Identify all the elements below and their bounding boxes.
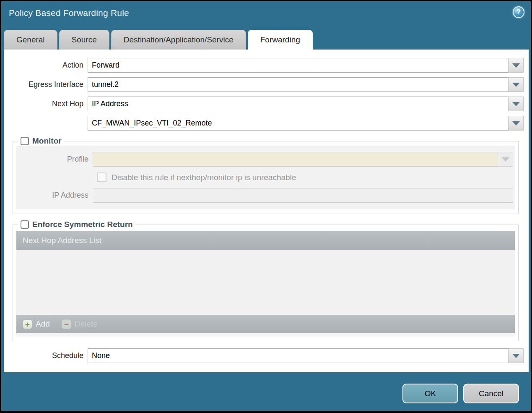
cancel-button[interactable]: Cancel xyxy=(463,384,519,403)
schedule-row: Schedule None xyxy=(4,348,524,363)
next-hop-address-row: CF_MWAN_IPsec_VTI_02_Remote xyxy=(4,116,524,131)
profile-dropdown-button xyxy=(498,152,513,167)
minus-icon: − xyxy=(62,319,71,329)
tab-bar: General Source Destination/Application/S… xyxy=(4,30,313,50)
tab-destination-application-service[interactable]: Destination/Application/Service xyxy=(111,30,246,50)
disable-rule-checkbox xyxy=(97,173,106,182)
dialog-title: Policy Based Forwarding Rule xyxy=(9,8,129,18)
profile-select xyxy=(93,152,513,167)
plus-icon: + xyxy=(23,319,32,329)
tab-general[interactable]: General xyxy=(4,30,57,50)
chevron-down-icon xyxy=(512,354,520,358)
profile-row: Profile xyxy=(16,152,515,167)
profile-label: Profile xyxy=(16,155,93,164)
action-select: Forward xyxy=(88,58,524,73)
delete-button-label: Delete xyxy=(75,319,98,329)
disable-rule-row: Disable this rule if nexthop/monitor ip … xyxy=(97,173,515,182)
egress-interface-value[interactable]: tunnel.2 xyxy=(88,77,508,92)
chevron-down-icon xyxy=(512,83,520,87)
next-hop-address-list-footer: + Add − Delete xyxy=(16,315,515,333)
next-hop-address-value[interactable]: CF_MWAN_IPsec_VTI_02_Remote xyxy=(88,116,508,131)
schedule-dropdown-button[interactable] xyxy=(508,348,524,363)
monitor-panel: Profile Disable this rule if nexthop/mon… xyxy=(16,146,515,209)
schedule-value[interactable]: None xyxy=(88,348,508,363)
tab-forwarding[interactable]: Forwarding xyxy=(248,30,313,50)
tab-panel-forwarding: Action Forward Egress Interface tunnel.2… xyxy=(4,50,529,372)
monitor-legend-label: Monitor xyxy=(32,136,62,146)
dialog-frame: Policy Based Forwarding Rule ? General S… xyxy=(1,1,531,411)
schedule-label: Schedule xyxy=(4,351,88,360)
dialog-footer: OK Cancel xyxy=(402,384,519,403)
add-button-label: Add xyxy=(36,319,50,329)
action-label: Action xyxy=(4,61,88,70)
ok-button[interactable]: OK xyxy=(402,384,458,403)
symmetric-return-legend: Enforce Symmetric Return xyxy=(18,220,135,229)
enforce-symmetric-return-checkbox[interactable] xyxy=(21,220,29,229)
table-bottom-strip xyxy=(16,333,515,337)
egress-interface-label: Egress Interface xyxy=(4,80,88,89)
monitor-ip-address-input xyxy=(93,188,513,203)
chevron-down-icon xyxy=(502,157,509,162)
delete-button: − Delete xyxy=(62,319,98,329)
next-hop-type-select: IP Address xyxy=(88,97,524,111)
next-hop-type-dropdown-button[interactable] xyxy=(508,97,524,111)
chevron-down-icon xyxy=(512,121,520,125)
add-button[interactable]: + Add xyxy=(23,319,50,329)
action-value[interactable]: Forward xyxy=(88,58,508,73)
help-icon[interactable]: ? xyxy=(513,6,524,18)
next-hop-address-dropdown-button[interactable] xyxy=(508,116,524,131)
next-hop-address-select: CF_MWAN_IPsec_VTI_02_Remote xyxy=(88,116,524,131)
chevron-down-icon xyxy=(512,63,520,68)
next-hop-address-list-body xyxy=(16,250,515,315)
symmetric-return-legend-label: Enforce Symmetric Return xyxy=(32,220,133,229)
monitor-ip-address-label: IP Address xyxy=(16,191,93,200)
action-dropdown-button[interactable] xyxy=(508,58,524,73)
egress-interface-select: tunnel.2 xyxy=(88,77,524,92)
next-hop-label: Next Hop xyxy=(4,99,88,108)
next-hop-type-row: Next Hop IP Address xyxy=(4,97,524,111)
symmetric-return-section: Enforce Symmetric Return Next Hop Addres… xyxy=(13,220,519,341)
next-hop-address-list-header: Next Hop Address List xyxy=(16,231,515,250)
action-row: Action Forward xyxy=(4,58,524,73)
tab-source[interactable]: Source xyxy=(59,30,109,50)
disable-rule-checkbox-label: Disable this rule if nexthop/monitor ip … xyxy=(112,173,296,182)
schedule-select: None xyxy=(88,348,524,363)
monitor-checkbox[interactable] xyxy=(21,137,29,145)
egress-interface-row: Egress Interface tunnel.2 xyxy=(4,77,524,92)
chevron-down-icon xyxy=(512,102,520,106)
next-hop-address-list-table: Next Hop Address List + Add − Delete xyxy=(16,231,515,337)
next-hop-type-value[interactable]: IP Address xyxy=(88,97,508,111)
profile-value xyxy=(93,152,498,167)
monitor-legend: Monitor xyxy=(18,136,64,146)
monitor-ip-address-row: IP Address xyxy=(16,188,515,203)
egress-interface-dropdown-button[interactable] xyxy=(508,77,524,92)
monitor-section: Monitor Profile Disable this rule if nex… xyxy=(13,136,519,214)
